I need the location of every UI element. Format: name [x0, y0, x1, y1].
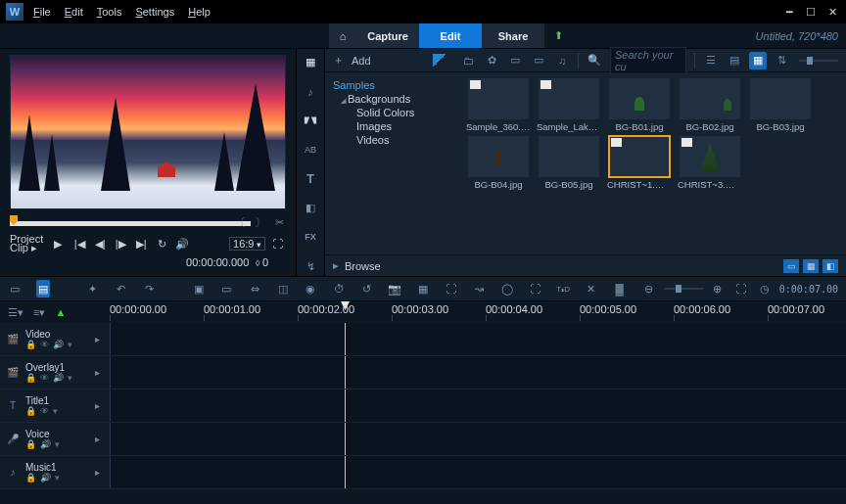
- thumbnail-item[interactable]: BG-B05.jpg: [537, 136, 601, 190]
- menu-file[interactable]: File: [33, 6, 51, 18]
- folder-icon[interactable]: 🗀: [459, 52, 477, 69]
- track-ctl-icon[interactable]: 🔊: [40, 439, 51, 449]
- tool-subtitle-icon[interactable]: ▭: [219, 280, 234, 298]
- libtab-title-icon[interactable]: AB: [301, 140, 320, 160]
- track-ctl-icon[interactable]: 🔊: [53, 340, 64, 349]
- zoom-out-button[interactable]: ⊖: [640, 280, 658, 298]
- menu-edit[interactable]: Edit: [65, 6, 83, 18]
- tool-record-icon[interactable]: ▣: [191, 280, 206, 298]
- redo-button[interactable]: ↷: [142, 280, 157, 298]
- track-chevron-icon[interactable]: ▸: [90, 366, 104, 380]
- track-lane[interactable]: [110, 423, 846, 455]
- tool-track-icon[interactable]: ◯: [500, 280, 515, 298]
- thumbnail-item[interactable]: BG-B02.jpg: [678, 78, 742, 132]
- tool-arrows-icon[interactable]: ⇔: [248, 280, 262, 298]
- menu-help[interactable]: Help: [188, 6, 211, 18]
- thumbnail-item[interactable]: BG-B04.jpg: [466, 136, 531, 190]
- filter-audio-icon[interactable]: ♫: [553, 52, 571, 69]
- tool-crop-icon[interactable]: ◫: [275, 280, 290, 298]
- thumb-size-slider[interactable]: [799, 54, 838, 68]
- libtab-fx-icon[interactable]: FX: [301, 228, 320, 248]
- libtab-sound-icon[interactable]: ♪: [301, 82, 320, 102]
- track-ctl-icon[interactable]: 🔊: [53, 373, 64, 383]
- upload-icon[interactable]: ⬆: [544, 23, 572, 48]
- tab-capture[interactable]: Capture: [356, 23, 419, 48]
- track-menu-icon[interactable]: ☰▾: [8, 306, 24, 319]
- tool-snapshot-icon[interactable]: 📷: [388, 280, 402, 298]
- view-list-icon[interactable]: ☰: [702, 52, 720, 69]
- filter-photo-icon[interactable]: ▭: [506, 52, 524, 69]
- track-lane[interactable]: [110, 323, 846, 355]
- track-type-icon[interactable]: 🎬: [6, 333, 20, 346]
- track-lane[interactable]: [110, 456, 846, 488]
- tree-samples[interactable]: Samples: [333, 78, 462, 92]
- zoom-slider[interactable]: [664, 288, 703, 290]
- maximize-button[interactable]: ☐: [803, 6, 819, 18]
- close-button[interactable]: ✕: [824, 6, 840, 18]
- undo-button[interactable]: ↶: [114, 280, 128, 298]
- track-expand-icon[interactable]: ▾: [68, 340, 72, 349]
- track-expand-icon[interactable]: ▾: [55, 439, 60, 449]
- track-ctl-icon[interactable]: 🔒: [25, 473, 36, 482]
- tool-wand-icon[interactable]: ✦: [85, 280, 100, 298]
- tool-color-icon[interactable]: ◉: [304, 280, 318, 298]
- aspect-ratio-selector[interactable]: 16:9 ▾: [229, 237, 265, 251]
- preview-scrubber[interactable]: [10, 221, 251, 226]
- panel-toggle-1[interactable]: ▭: [783, 259, 799, 273]
- track-lane[interactable]: [110, 389, 846, 422]
- tool-speed-icon[interactable]: ⏱: [332, 280, 347, 298]
- tree-solid-colors[interactable]: Solid Colors: [333, 106, 462, 119]
- track-expand-icon[interactable]: ▾: [55, 473, 60, 482]
- prev-frame-button[interactable]: ◀|: [91, 236, 109, 252]
- menu-tools[interactable]: Tools: [97, 6, 122, 18]
- thumbnail-item[interactable]: Sample_Lake.m…: [537, 78, 601, 132]
- timeline-ruler[interactable]: 00:00:00.0000:00:01.0000:00:02.0000:00:0…: [110, 301, 846, 323]
- fullscreen-icon[interactable]: ⛶: [268, 236, 286, 252]
- track-type-icon[interactable]: ♪: [6, 466, 20, 480]
- track-chevron-icon[interactable]: ▸: [90, 433, 104, 446]
- track-lane[interactable]: [110, 356, 846, 389]
- libtab-transition-icon[interactable]: [301, 112, 320, 131]
- loop-button[interactable]: ↻: [153, 236, 170, 252]
- tool-chapter-icon[interactable]: ▦: [416, 280, 431, 298]
- tool-split-icon[interactable]: ▓: [612, 280, 627, 298]
- flag-icon[interactable]: [433, 54, 446, 68]
- track-ctl-icon[interactable]: 👁: [40, 340, 49, 349]
- zoom-fit-button[interactable]: ⛶: [732, 280, 750, 298]
- track-chevron-icon[interactable]: ▸: [90, 333, 104, 346]
- search-icon[interactable]: 🔍: [586, 52, 603, 69]
- preview-viewport[interactable]: [10, 55, 286, 209]
- thumbnail-item[interactable]: CHRIST~1.MP4: [607, 136, 672, 190]
- mark-out-icon[interactable]: 〕: [253, 215, 266, 229]
- sort-icon[interactable]: ⇅: [773, 52, 790, 69]
- filter-video-icon[interactable]: ▭: [530, 52, 547, 69]
- track-type-icon[interactable]: T: [6, 399, 20, 413]
- home-button[interactable]: ⌂: [329, 23, 356, 48]
- libtab-media-icon[interactable]: ▦: [301, 53, 320, 72]
- tool-timeline-icon[interactable]: ▤: [36, 280, 51, 298]
- track-ctl-icon[interactable]: 🔒: [25, 373, 36, 383]
- track-marker-icon[interactable]: ▲: [55, 306, 66, 318]
- track-ctl-icon[interactable]: 🔒: [25, 340, 36, 349]
- track-type-icon[interactable]: 🎬: [6, 366, 20, 380]
- libtab-filter-icon[interactable]: ◧: [301, 199, 320, 218]
- tool-storyboard-icon[interactable]: ▭: [8, 280, 23, 298]
- tool-pan-icon[interactable]: ⛶: [528, 280, 542, 298]
- track-ctl-icon[interactable]: 👁: [40, 373, 49, 383]
- split-icon[interactable]: ✂: [272, 215, 286, 229]
- thumbnail-item[interactable]: Sample_360.mp4: [466, 78, 531, 132]
- tree-backgrounds[interactable]: Backgrounds: [333, 92, 462, 106]
- track-ctl-icon[interactable]: 🔊: [40, 473, 51, 482]
- track-expand-icon[interactable]: ▾: [68, 373, 72, 383]
- search-input[interactable]: Search your cu: [610, 47, 686, 74]
- track-chevron-icon[interactable]: ▸: [90, 399, 104, 413]
- tree-videos[interactable]: Videos: [333, 133, 462, 147]
- thumbnail-item[interactable]: BG-B01.jpg: [607, 78, 672, 132]
- browse-button[interactable]: Browse: [345, 260, 381, 272]
- track-add-icon[interactable]: ≡▾: [33, 306, 45, 319]
- thumbnail-item[interactable]: CHRIST~3.MP4: [678, 136, 742, 190]
- view-details-icon[interactable]: ▤: [726, 52, 743, 69]
- panel-toggle-2[interactable]: ▦: [803, 259, 819, 273]
- tool-motion-icon[interactable]: ↝: [472, 280, 487, 298]
- zoom-in-button[interactable]: ⊕: [709, 280, 727, 298]
